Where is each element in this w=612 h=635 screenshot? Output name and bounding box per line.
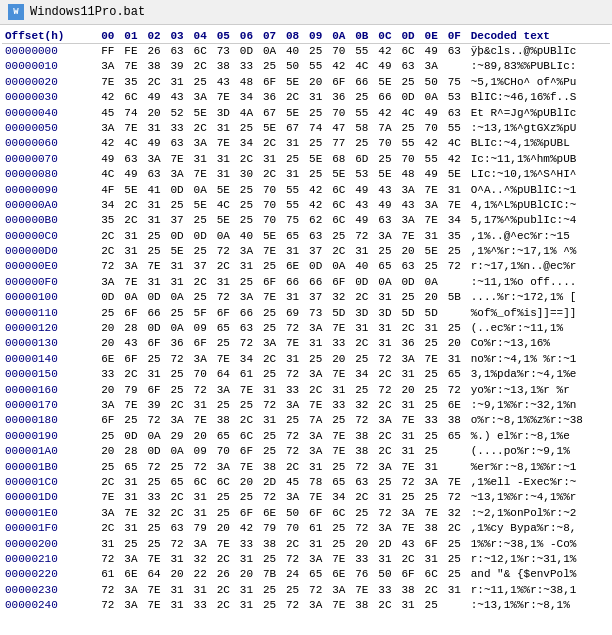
hex-cell: 50 [422, 75, 445, 90]
hex-cell: 7E [422, 213, 445, 228]
hex-cell: 20 [352, 537, 375, 552]
hex-cell: 2C [191, 275, 214, 290]
hex-cell: 5E [375, 75, 398, 90]
hex-cell: 20 [214, 521, 237, 536]
hex-cell: 7E [422, 506, 445, 521]
hex-cell: 7E [214, 537, 237, 552]
hex-cell: 25 [306, 352, 329, 367]
hex-cell: 31 [445, 352, 468, 367]
hex-cell: 43 [398, 537, 421, 552]
hex-cell: 49 [144, 90, 167, 105]
offset-cell: 000000F0 [2, 275, 98, 290]
hex-cell: 50 [375, 567, 398, 582]
hex-cell: 7E [191, 167, 214, 182]
hex-cell: 49 [375, 198, 398, 213]
hex-cell: 0A [168, 290, 191, 305]
hex-cell: 67 [260, 106, 283, 121]
hex-cell: 25 [168, 198, 191, 213]
hex-cell: 7E [98, 490, 121, 505]
hex-cell: 3A [237, 244, 260, 259]
decoded-cell: ,1%..@^ec%r:~15 [468, 229, 610, 244]
hex-cell: 5E [260, 121, 283, 136]
hex-cell: 7E [121, 121, 144, 136]
hex-cell: 3D [214, 106, 237, 121]
hex-cell: 6F [98, 413, 121, 428]
hex-cell: 6C [237, 429, 260, 444]
hex-cell: 63 [237, 321, 260, 336]
hex-cell: 09 [191, 321, 214, 336]
hex-cell [445, 59, 468, 74]
hex-cell: 31 [398, 429, 421, 444]
hex-cell: 49 [121, 167, 144, 182]
hex-cell: 25 [168, 383, 191, 398]
decoded-cell: %of%_of%is]]==]] [468, 306, 610, 321]
hex-cell: 36 [168, 336, 191, 351]
hex-cell: 25 [168, 367, 191, 382]
hex-cell: 58 [352, 121, 375, 136]
hex-cell: 25 [214, 490, 237, 505]
hex-cell: 2C [121, 213, 144, 228]
col-header-01: 01 [121, 29, 144, 44]
hex-cell: 42 [237, 521, 260, 536]
hex-cell: 72 [283, 429, 306, 444]
hex-cell: 7E [168, 152, 191, 167]
hex-cell: 31 [121, 244, 144, 259]
hex-cell: 31 [329, 383, 352, 398]
hex-cell: 2C [260, 136, 283, 151]
hex-cell: 65 [329, 475, 352, 490]
hex-cell: 25 [398, 290, 421, 305]
hex-cell: 4F [98, 183, 121, 198]
hex-cell: 0D [168, 229, 191, 244]
decoded-cell: and "& {$envPol% [468, 567, 610, 582]
hex-cell: 31 [398, 444, 421, 459]
table-row: 00000110256F66255F6F662569735D3D3D5D5D%o… [2, 306, 610, 321]
window-title: Windows11Pro.bat [30, 5, 145, 19]
col-header-02: 02 [144, 29, 167, 44]
hex-cell: 38 [260, 537, 283, 552]
hex-cell: 2C [375, 398, 398, 413]
hex-cell: 25 [283, 413, 306, 428]
hex-cell: 2C [98, 244, 121, 259]
hex-table: Offset(h) 00 01 02 03 04 05 06 07 08 09 … [2, 29, 610, 613]
hex-cell: 2C [168, 506, 191, 521]
offset-cell: 000000C0 [2, 229, 98, 244]
hex-cell: 70 [214, 444, 237, 459]
decoded-cell: (..ec%r:~11,1% [468, 321, 610, 336]
offset-cell: 00000220 [2, 567, 98, 582]
hex-cell: 63 [445, 106, 468, 121]
hex-cell: 6E [283, 259, 306, 274]
hex-cell: 53 [352, 167, 375, 182]
hex-cell: 68 [329, 152, 352, 167]
hex-cell: 31 [306, 460, 329, 475]
hex-cell: 25 [260, 321, 283, 336]
hex-cell: 2C [98, 229, 121, 244]
hex-cell: 25 [329, 229, 352, 244]
hex-cell: 6C [329, 213, 352, 228]
hex-cell: 7E [306, 398, 329, 413]
table-row: 00000030426C49433A7E34362C313625660D0A53… [2, 90, 610, 105]
col-header-05: 05 [214, 29, 237, 44]
offset-cell: 00000000 [2, 44, 98, 60]
hex-cell: 36 [398, 336, 421, 351]
hex-cell: 7E [214, 90, 237, 105]
hex-cell: 0A [191, 183, 214, 198]
hex-cell: 25 [283, 152, 306, 167]
hex-cell: 25 [168, 306, 191, 321]
hex-cell: 31 [306, 336, 329, 351]
hex-cell: 0A [168, 444, 191, 459]
hex-cell: 30 [237, 167, 260, 182]
hex-cell: FE [121, 44, 144, 60]
offset-cell: 000001E0 [2, 506, 98, 521]
offset-cell: 000000A0 [2, 198, 98, 213]
table-row: 000000D02C31255E25723A7E31372C3125205E25… [2, 244, 610, 259]
hex-cell: 3A [121, 583, 144, 598]
hex-cell: 25 [422, 367, 445, 382]
hex-cell: 31 [237, 598, 260, 613]
hex-cell: 31 [445, 183, 468, 198]
hex-cell: 25 [237, 275, 260, 290]
hex-cell: 72 [352, 460, 375, 475]
hex-cell: 6E [260, 506, 283, 521]
hex-cell: 7E [398, 229, 421, 244]
hex-cell: 3A [283, 490, 306, 505]
decoded-cell: O^A..^%pUBlIC:~1 [468, 183, 610, 198]
